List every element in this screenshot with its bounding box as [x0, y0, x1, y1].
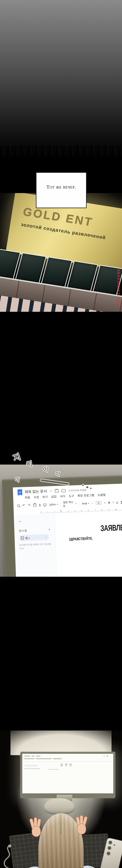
menu-view[interactable]: 보기 — [42, 495, 48, 499]
mini-ruler — [22, 760, 113, 762]
font-size-increase[interactable]: + — [104, 501, 106, 504]
chevron-down-icon: ▾ — [88, 502, 89, 504]
move-folder-icon[interactable] — [55, 490, 59, 493]
font-size-field[interactable]: 11 — [96, 501, 101, 505]
document-body-line: ЗДРАВСТВУЙТЕ. — [69, 536, 93, 541]
document-heading: ЗАЯВЛЕНИЕ — [100, 522, 122, 533]
google-docs-icon — [18, 489, 22, 495]
undo-icon[interactable]: ↶ — [22, 504, 25, 507]
watermark-text: SEXKOMIX2.COM — [116, 269, 121, 307]
cloud-saved-icon — [61, 489, 66, 492]
mini-toolbar-chip — [24, 756, 30, 756]
document-title[interactable]: 제목 없는 문서 — [25, 488, 47, 494]
desk-monitor-bezel: ◯▤◔ 입장문 — [20, 752, 115, 798]
underline-button[interactable]: U — [116, 501, 118, 504]
building-panel: GOLD ENT золотой создатель развлечений S… — [0, 193, 122, 312]
indent-marker-icon[interactable]: ▼ — [60, 510, 62, 512]
mini-toolbar-chip — [36, 756, 41, 756]
mini-doc-line — [48, 769, 58, 770]
italic-button[interactable]: I — [113, 501, 114, 504]
toolbar-divider — [60, 502, 60, 506]
font-size-decrease[interactable]: − — [92, 501, 93, 504]
docs-header: 제목 없는 문서 ☆ 드라이브에 저장됨 파일 수정 보기 삽입 서식 — [13, 483, 122, 500]
chevron-down-icon: ▾ — [57, 503, 58, 505]
window-pane — [15, 253, 47, 283]
bold-button[interactable]: B — [108, 501, 110, 504]
menu-file[interactable]: 파일 — [25, 495, 30, 499]
menu-format[interactable]: 서식 — [60, 494, 65, 498]
mini-toolbar-chip — [31, 756, 34, 756]
webtoon-page: Тот же вечер. GOLD ENT золотой создатель… — [0, 0, 122, 868]
mini-doc-title: 입장문 — [60, 763, 74, 767]
camera-lens — [106, 851, 111, 856]
paragraph-style-select[interactable]: 일반 텍스트▾ — [63, 500, 76, 508]
desk-monitor-screen: ◯▤◔ 입장문 — [22, 754, 113, 793]
desk-scene-panel: ◯▤◔ 입장문 — [0, 731, 122, 868]
star-icon[interactable]: ☆ — [49, 489, 52, 493]
earphones-cable — [2, 844, 16, 868]
docs-sidebar: ← 문서 탭 + 탭 1 ⋮ 문서에 추가한 제목이 여기 표시됩니다 — [14, 514, 57, 577]
night-sky — [0, 0, 122, 157]
search-icon[interactable] — [17, 504, 20, 507]
kebab-menu-icon[interactable]: ⋮ — [45, 535, 47, 539]
menu-help[interactable]: 도움말 — [98, 493, 106, 497]
zoom-select[interactable]: 100%▾ — [49, 503, 58, 506]
docs-toolbar: ↶ ↷ A 100%▾ 일반 텍스트▾ Arial▾ — [17, 498, 122, 509]
document-tabs-label: 문서 탭 — [19, 529, 27, 533]
back-arrow-icon[interactable]: ← — [19, 518, 55, 523]
sfx-dot — [86, 486, 89, 489]
mini-menu-chip — [36, 758, 52, 759]
font-select[interactable]: Arial▾ — [82, 502, 89, 505]
camera-lens — [108, 840, 113, 845]
mini-menu-chip — [24, 758, 34, 759]
window-pane — [41, 256, 72, 287]
saved-status: 드라이브에 저장됨 — [68, 488, 87, 492]
window-pane — [67, 261, 98, 291]
menu-tools[interactable]: 도구 — [69, 494, 74, 498]
menu-extensions[interactable]: 확장 프로그램 — [77, 493, 94, 498]
document-page[interactable]: ЗАЯВЛЕНИЕ ЗДРАВСТВУЙТЕ. — [55, 511, 122, 576]
sfx-char: 지 — [11, 450, 22, 463]
chevron-down-icon: ▾ — [75, 503, 76, 505]
sfx-dot — [81, 484, 84, 487]
print-icon[interactable] — [33, 504, 36, 506]
tab-label: 탭 1 — [25, 535, 45, 540]
sfx-dot — [90, 487, 92, 490]
monitor-screen: 제목 없는 문서 ☆ 드라이브에 저장됨 파일 수정 보기 삽입 서식 — [13, 483, 122, 577]
text-color-button[interactable]: A — [121, 500, 122, 504]
sfx-char: 이 — [15, 475, 20, 483]
sfx-char: 이 — [25, 458, 33, 469]
sidebar-hint-text: 문서에 추가한 제목이 여기 표시됩니다 — [19, 542, 52, 550]
spellcheck-icon[interactable]: A — [39, 503, 41, 506]
tab-item[interactable]: 탭 1 ⋮ — [19, 534, 49, 541]
monitor-bezel: 제목 없는 문서 ☆ 드라이브에 저장됨 파일 수정 보기 삽입 서식 — [2, 475, 122, 577]
paint-format-icon[interactable] — [43, 504, 46, 506]
add-tab-button[interactable]: + — [48, 528, 50, 531]
mini-menu-chip — [53, 758, 62, 759]
menu-edit[interactable]: 수정 — [34, 495, 39, 499]
toolbar-divider — [79, 502, 79, 505]
camera-lens — [107, 846, 112, 850]
menu-insert[interactable]: 삽입 — [51, 494, 56, 499]
tab-doc-icon — [21, 536, 24, 540]
treeline-silhouette — [0, 146, 122, 156]
caption-text: Тот же вечер. — [36, 184, 86, 190]
sfx-char: 이 — [43, 465, 48, 473]
monitor-stand-base — [44, 798, 75, 814]
camera-flash — [113, 844, 115, 846]
mini-sidebar-line — [24, 768, 40, 769]
caption-box: Тот же вечер. — [36, 172, 87, 208]
mini-sidebar-pill — [24, 765, 38, 767]
mini-header-icons: ◯▤◔ — [103, 755, 111, 757]
redo-icon[interactable]: ↷ — [28, 504, 30, 506]
